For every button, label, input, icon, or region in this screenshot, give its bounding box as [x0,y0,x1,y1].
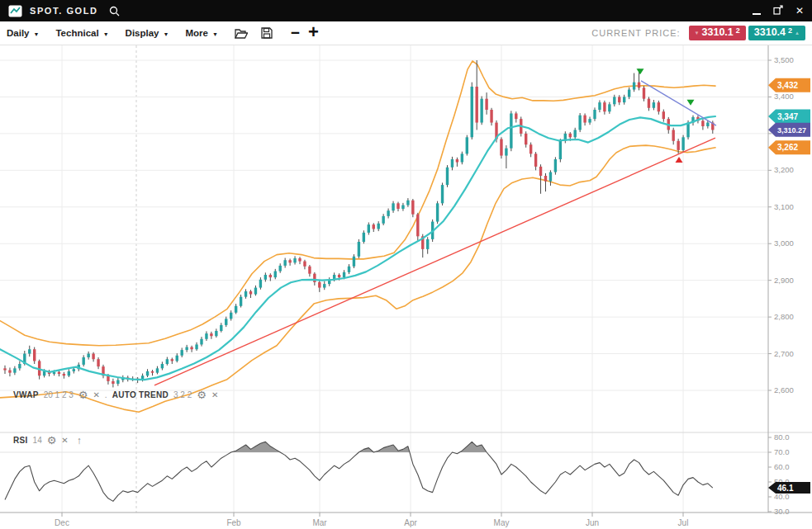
gear-icon[interactable]: ⚙ [47,435,57,446]
close-icon[interactable]: ✕ [93,391,99,399]
candle-body [401,205,404,209]
price-tag-label: 3,432 [777,81,798,90]
candle-body [382,216,384,224]
candle-body [613,97,615,104]
price-tick-label: 2,900 [774,276,794,285]
candle-body [313,274,316,282]
chevron-down-icon: ▼ [164,31,169,37]
candle-body [235,306,237,313]
ask-price-badge[interactable]: 3310.4 2 ▲ [748,26,805,40]
candle-body [33,349,36,361]
gear-icon[interactable]: ⚙ [78,390,88,400]
chevron-down-icon: ▼ [103,31,109,37]
candle-body [298,258,301,262]
vwap-indicator-params: 20 1 2 3 [44,390,74,399]
rsi-tick-label: 60.0 [774,462,790,471]
candle-body [378,224,380,229]
zoom-out-button[interactable]: − [291,25,300,40]
candle-body [190,347,192,350]
candle-body [461,154,463,162]
candle-body [146,371,149,375]
candle-body [215,331,217,336]
candle-body [578,116,581,130]
candle-body [672,130,675,140]
candle-body [559,141,562,159]
candle-body [358,242,360,257]
candle-body [210,333,212,336]
candle-body [677,141,679,150]
candle-body [269,275,272,277]
candle-body [8,371,11,373]
candle-body [476,87,478,123]
price-tick-label: 3,000 [774,239,794,248]
menu-technical[interactable]: Technical ▼ [55,28,108,38]
candle-body [446,168,449,185]
bid-price-value: 3310.1 [702,27,734,38]
candle-body [92,354,94,360]
candle-body [529,144,532,154]
price-tag-label: 3,310.27 [777,126,806,135]
candle-body [603,102,605,111]
sell-signal-icon [637,68,644,74]
candle-body [283,260,286,266]
buy-signal-icon [676,157,683,163]
candle-body [58,372,60,374]
candle-body [373,224,375,229]
candle-body [220,325,222,331]
candle-body [245,291,247,297]
current-price-label: CURRENT PRICE: [591,28,680,38]
candle-body [116,380,119,384]
candle-body [97,359,99,366]
price-tick-label: 3,100 [774,202,794,211]
candle-body [288,260,291,262]
candle-body [485,99,487,110]
candle-body [68,371,70,375]
price-tick-label: 3,400 [774,92,794,101]
candle-body [549,172,552,182]
price-tick-label: 2,700 [774,349,794,358]
candle-body [662,111,665,119]
candle-body [411,201,414,215]
candle-body [618,97,620,102]
gear-icon[interactable]: ⚙ [197,390,207,400]
candle-body [643,87,645,98]
candle-body [397,203,399,209]
candle-body [574,130,577,137]
candle-body [195,344,197,349]
candle-body [368,224,370,233]
price-tick-label: 3,200 [774,165,794,174]
candle-body [63,374,65,375]
arrow-up-icon[interactable]: ↑ [77,436,82,446]
menu-daily[interactable]: Daily ▼ [7,28,39,38]
save-icon[interactable] [261,27,273,39]
window-controls: ✕ [753,3,804,18]
price-tick-label: 2,600 [774,385,794,394]
auto-trend-indicator-name: AUTO TREND [112,390,169,399]
close-icon[interactable]: ✕ [61,437,68,445]
chart-area[interactable]: 3,5003,4003,3003,2003,1003,0002,9002,800… [0,45,812,529]
popout-icon[interactable] [773,3,783,18]
menu-more[interactable]: More ▼ [185,28,217,38]
rsi-indicator-params: 14 [33,436,42,445]
candle-body [151,371,154,373]
candle-body [18,364,21,368]
price-chart-svg[interactable]: 3,5003,4003,3003,2003,1003,0002,9002,800… [0,45,812,529]
candle-body [112,381,114,384]
search-icon[interactable] [109,6,120,17]
close-icon[interactable]: ✕ [211,391,218,399]
menu-display[interactable]: Display ▼ [126,28,169,38]
candle-body [544,176,547,182]
close-icon[interactable]: ✕ [795,6,804,16]
candle-body [480,99,482,123]
bid-price-pip: 2 [736,27,740,35]
candle-body [259,280,262,288]
open-folder-icon[interactable] [235,28,248,39]
candle-body [338,275,340,277]
candle-body [392,203,394,210]
candle-body [525,134,527,144]
bid-price-badge[interactable]: ▼ 3310.1 2 [689,26,746,40]
rsi-indicator-name: RSI [13,436,28,445]
candle-body [240,297,242,306]
minimize-icon[interactable] [753,13,761,15]
zoom-in-button[interactable]: + [308,23,319,41]
